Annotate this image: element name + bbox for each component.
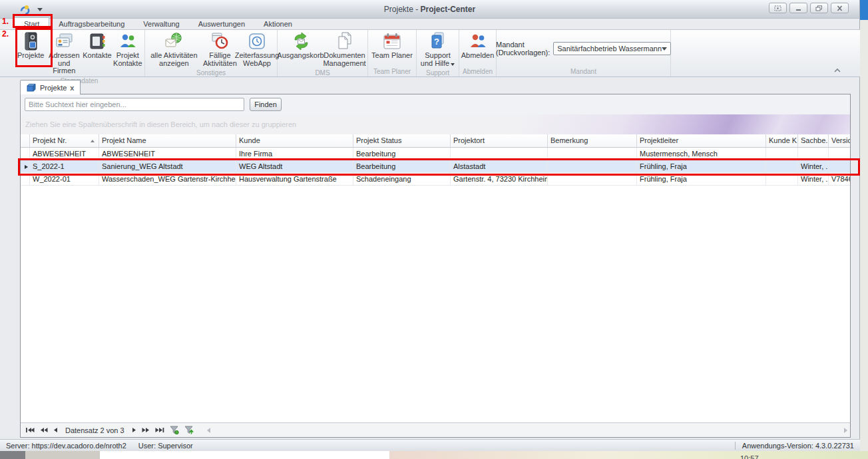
ribbon-group-support: ? Support und Hilfe Support: [417, 30, 459, 76]
contacts-book-icon: [88, 31, 107, 51]
column-header-sachbe[interactable]: Sachbe...: [798, 134, 829, 147]
previous-record-button[interactable]: [52, 427, 59, 433]
button-label: Team Planer: [371, 52, 413, 60]
statusbar-divider: [735, 442, 736, 450]
status-bar: Server: https://dev.acadoro.de/nroth2 Us…: [0, 439, 860, 451]
group-by-bar[interactable]: Ziehen Sie eine Spaltenüberschrift in di…: [21, 114, 850, 134]
projects-grid: Projekt Nr. Projekt Name Kunde Projekt S…: [21, 134, 850, 422]
tab-label: Projekte: [40, 84, 67, 92]
combobox-caret-icon: [662, 47, 667, 51]
abmelden-button[interactable]: Abmelden: [461, 31, 495, 61]
button-label: Kontakte: [83, 52, 111, 60]
filter-funnel-icon: [170, 426, 179, 434]
button-label: Fällige Aktivitäten: [202, 52, 238, 67]
next-record-button[interactable]: [130, 427, 138, 433]
next-page-button[interactable]: [140, 427, 151, 433]
hscrollbar-left-arrow[interactable]: [207, 428, 210, 433]
dropdown-caret-icon: [451, 63, 455, 66]
find-button[interactable]: Finden: [250, 98, 282, 111]
taskbar-segment: [389, 451, 868, 459]
time-tracking-webapp-icon: [248, 31, 266, 51]
fullscreen-icon: [774, 5, 781, 11]
taskbar-segment: [25, 451, 100, 459]
team-planer-button[interactable]: Team Planer: [370, 31, 414, 61]
mandant-label: Mandant (Druckvorlagen):: [496, 41, 550, 57]
taskbar-segment: [0, 451, 25, 459]
alle-aktivitaeten-anzeigen-button[interactable]: alle Aktivitäten anzeigen: [146, 31, 202, 68]
close-button[interactable]: [831, 3, 849, 13]
annotation-box-start-tab: [13, 14, 53, 28]
close-icon: [836, 5, 843, 11]
ribbon-group-sonstiges: alle Aktivitäten anzeigen Fällige Aktivi…: [145, 30, 278, 76]
ribbon-tab-aktionen[interactable]: Aktionen: [254, 18, 302, 29]
title-bar[interactable]: Projekte - Project-Center: [0, 0, 859, 19]
record-position-text: Datensatz 2 von 3: [65, 426, 124, 434]
column-header-projektort[interactable]: Projektort: [451, 134, 548, 147]
ribbon-group-caption: Sonstiges: [145, 69, 277, 77]
window-title: Projekte - Project-Center: [0, 5, 859, 14]
documents-icon: [335, 31, 354, 51]
support-help-icon: ?: [429, 31, 447, 51]
ribbon-group-caption: Abmelden: [459, 67, 496, 76]
column-header-projektleiter[interactable]: Projektleiter: [637, 134, 766, 147]
user-status: User: Supervisor: [138, 442, 193, 450]
kontakte-button[interactable]: Kontakte: [82, 31, 112, 61]
row-indicator-header: [21, 134, 30, 147]
tab-projekte[interactable]: Projekte x: [20, 80, 81, 94]
hscrollbar-right-arrow[interactable]: [844, 428, 847, 433]
filter-add-button[interactable]: [183, 426, 195, 434]
document-tab-bar: Projekte x: [20, 80, 81, 94]
support-und-hilfe-button[interactable]: ? Support und Hilfe: [419, 31, 457, 68]
ausgangskorb-button[interactable]: Ausgangskorb: [279, 31, 323, 61]
column-header-projekt-name[interactable]: Projekt Name: [99, 134, 236, 147]
button-label: Support und Hilfe: [419, 52, 457, 67]
desktop-edge-bottom: [0, 451, 868, 459]
search-input[interactable]: [25, 98, 244, 111]
outbox-recycle-mail-icon: [291, 31, 311, 51]
ribbon-group-dms: Ausgangskorb Dokumenten Management DMS: [278, 30, 368, 76]
button-label: Dokumenten Management: [323, 52, 365, 67]
minimize-button[interactable]: [789, 3, 807, 13]
dokumenten-management-button[interactable]: Dokumenten Management: [323, 31, 367, 68]
previous-page-button[interactable]: [39, 427, 49, 433]
ribbon-group-mandant: Mandant (Druckvorlagen): Sanitärfachbetr…: [497, 30, 671, 76]
column-header-projekt-status[interactable]: Projekt Status: [353, 134, 451, 147]
faellige-aktivitaeten-button[interactable]: Fällige Aktivitäten: [202, 31, 238, 68]
zeiterfassung-webapp-button[interactable]: Zeiterfassung WebApp: [238, 31, 276, 68]
collapse-ribbon-icon[interactable]: [833, 67, 841, 73]
column-header-kunde-k[interactable]: Kunde K...: [766, 134, 798, 147]
filter-funnel-plus-icon: [184, 426, 194, 434]
column-header-bemerkung[interactable]: Bemerkung: [548, 134, 637, 147]
ribbon: Projekte Adressen und Firmen: [0, 29, 860, 77]
logout-users-icon: [469, 31, 487, 51]
ribbon-tab-auftragsbearbeitung[interactable]: Auftragsbearbeitung: [49, 18, 134, 29]
first-record-button[interactable]: [24, 427, 36, 433]
taskbar-clock: 10:57: [740, 454, 767, 459]
app-window: Projekte - Project-Center Start Auftrags…: [0, 0, 860, 451]
team-planner-calendar-icon: [382, 31, 402, 51]
annotation-step-2-label: 2.: [2, 29, 9, 39]
last-record-button[interactable]: [154, 427, 166, 433]
svg-text:?: ?: [434, 37, 439, 47]
tab-close-icon[interactable]: x: [70, 84, 74, 92]
mandant-combobox[interactable]: Sanitärfachbetrieb Wassermann: [553, 42, 671, 55]
column-header-versiche[interactable]: Versiche...: [829, 134, 850, 147]
activities-globe-mail-icon: [164, 31, 183, 51]
annotation-step-1-label: 1.: [2, 17, 9, 26]
projekte-tab-icon: [27, 83, 37, 92]
desktop-edge-right: [860, 0, 868, 451]
due-activities-clock-icon: [210, 31, 229, 51]
address-cards-icon: [55, 31, 73, 51]
server-status: Server: https://dev.acadoro.de/nroth2: [6, 442, 126, 450]
column-header-projekt-nr[interactable]: Projekt Nr.: [30, 134, 99, 147]
record-navigator: Datensatz 2 von 3: [21, 422, 850, 437]
ribbon-tab-verwaltung[interactable]: Verwaltung: [134, 18, 188, 29]
column-header-kunde[interactable]: Kunde: [236, 134, 353, 147]
button-label: Abmelden: [461, 52, 495, 60]
restore-button[interactable]: [810, 3, 828, 13]
projekt-kontakte-button[interactable]: Projekt Kontakte: [112, 31, 143, 68]
ribbon-tab-auswertungen[interactable]: Auswertungen: [189, 18, 254, 29]
fullscreen-button[interactable]: [769, 3, 787, 13]
filter-edit-button[interactable]: [168, 426, 180, 434]
projects-panel: Finden Ziehen Sie eine Spaltenüberschrif…: [20, 94, 851, 438]
